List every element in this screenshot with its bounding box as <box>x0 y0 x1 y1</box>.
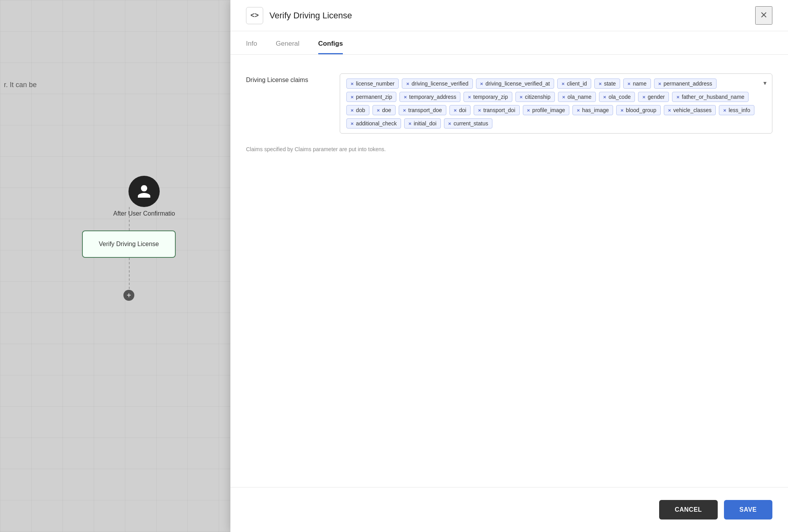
tag-label: doe <box>382 107 391 113</box>
tab-configs[interactable]: Configs <box>318 40 343 54</box>
tag-remove-icon[interactable]: × <box>562 81 565 87</box>
tag-label: current_status <box>453 120 488 127</box>
save-button[interactable]: SAVE <box>724 500 772 520</box>
add-node-button[interactable]: + <box>123 290 134 301</box>
tag-remove-icon[interactable]: × <box>468 94 471 100</box>
tag-label: state <box>604 80 616 87</box>
close-icon <box>759 10 768 20</box>
tag-label: transport_doi <box>483 107 515 113</box>
tags-container[interactable]: ×license_number×driving_license_verified… <box>340 73 772 134</box>
connector-line-2 <box>129 258 130 289</box>
tag-label: ola_code <box>608 94 631 100</box>
tag-label: citizenship <box>525 94 550 100</box>
tag-item: ×blood_group <box>616 105 660 115</box>
tag-item: ×transport_doe <box>399 105 446 115</box>
tag-remove-icon[interactable]: × <box>408 121 412 127</box>
tag-remove-icon[interactable]: × <box>351 81 354 87</box>
tag-item: ×license_number <box>346 79 399 89</box>
tag-remove-icon[interactable]: × <box>620 107 624 113</box>
tag-item: ×vehicle_classes <box>664 105 716 115</box>
tag-remove-icon[interactable]: × <box>351 107 354 113</box>
tag-remove-icon[interactable]: × <box>676 94 679 100</box>
tag-label: license_number <box>356 80 395 87</box>
tag-item: ×doi <box>449 105 471 115</box>
tag-remove-icon[interactable]: × <box>628 81 631 87</box>
tag-label: blood_group <box>626 107 656 113</box>
tag-item: ×permanent_zip <box>346 92 396 102</box>
tag-remove-icon[interactable]: × <box>480 81 483 87</box>
tag-item: ×profile_image <box>523 105 570 115</box>
tag-label: less_info <box>729 107 750 113</box>
grid-overlay <box>0 0 230 532</box>
tag-remove-icon[interactable]: × <box>603 94 606 100</box>
tag-remove-icon[interactable]: × <box>478 107 481 113</box>
config-row-claims: Driving License claims ×license_number×d… <box>246 73 772 134</box>
tag-item: ×additional_check <box>346 118 401 129</box>
tag-label: temporary_address <box>409 94 456 100</box>
tag-remove-icon[interactable]: × <box>658 81 661 87</box>
tag-remove-icon[interactable]: × <box>527 107 530 113</box>
tag-label: name <box>633 80 647 87</box>
cancel-button[interactable]: CANCEL <box>659 500 718 520</box>
code-icon-button[interactable]: <> <box>246 7 263 24</box>
tag-remove-icon[interactable]: × <box>562 94 565 100</box>
panel-footer: CANCEL SAVE <box>230 487 788 532</box>
tag-item: ×permanent_address <box>654 79 717 89</box>
tag-remove-icon[interactable]: × <box>448 121 451 127</box>
tag-label: ola_name <box>567 94 592 100</box>
tag-label: temporary_zip <box>473 94 508 100</box>
tag-item: ×dob <box>346 105 369 115</box>
config-label-claims: Driving License claims <box>246 73 324 84</box>
tag-item: ×driving_license_verified_at <box>476 79 554 89</box>
dropdown-arrow-icon[interactable]: ▾ <box>763 79 767 87</box>
tag-remove-icon[interactable]: × <box>520 94 523 100</box>
panel-header-left: <> Verify Driving License <box>246 7 352 24</box>
tag-item: ×temporary_address <box>399 92 460 102</box>
tag-remove-icon[interactable]: × <box>406 81 409 87</box>
tag-item: ×state <box>594 79 620 89</box>
tag-label: additional_check <box>356 120 397 127</box>
panel-header: <> Verify Driving License <box>230 0 788 31</box>
tag-remove-icon[interactable]: × <box>403 107 406 113</box>
canvas-background: r. It can be After User Confirmatio Veri… <box>0 0 230 532</box>
tag-label: permanent_zip <box>356 94 392 100</box>
plus-icon: + <box>127 291 131 300</box>
tag-item: ×driving_license_verified <box>402 79 472 89</box>
tag-label: permanent_address <box>663 80 712 87</box>
code-icon: <> <box>250 11 259 20</box>
tag-label: father_or_husband_name <box>682 94 744 100</box>
tag-label: vehicle_classes <box>673 107 711 113</box>
tag-item: ×doe <box>373 105 396 115</box>
tag-remove-icon[interactable]: × <box>377 107 380 113</box>
tag-item: ×gender <box>638 92 669 102</box>
tag-remove-icon[interactable]: × <box>351 94 354 100</box>
tag-remove-icon[interactable]: × <box>351 121 354 127</box>
tag-remove-icon[interactable]: × <box>642 94 645 100</box>
tag-item: ×temporary_zip <box>464 92 512 102</box>
close-button[interactable] <box>755 6 772 25</box>
tag-label: doi <box>459 107 467 113</box>
tag-label: driving_license_verified <box>412 80 469 87</box>
tag-item: ×ola_code <box>599 92 635 102</box>
tag-remove-icon[interactable]: × <box>577 107 580 113</box>
user-node: After User Confirmatio <box>113 176 175 217</box>
tag-item: ×transport_doi <box>474 105 519 115</box>
hint-text: Claims specified by Claims parameter are… <box>246 146 772 152</box>
canvas-text: r. It can be <box>4 81 37 89</box>
tag-remove-icon[interactable]: × <box>404 94 407 100</box>
tag-remove-icon[interactable]: × <box>723 107 726 113</box>
tag-remove-icon[interactable]: × <box>599 81 602 87</box>
tag-label: dob <box>356 107 365 113</box>
tab-info[interactable]: Info <box>246 40 257 54</box>
tag-label: initial_doi <box>414 120 436 127</box>
panel-title: Verify Driving License <box>269 11 352 21</box>
tab-general[interactable]: General <box>276 40 299 54</box>
tag-item: ×ola_name <box>558 92 596 102</box>
tag-item: ×client_id <box>557 79 591 89</box>
tag-remove-icon[interactable]: × <box>454 107 457 113</box>
verify-node[interactable]: Verify Driving License <box>82 230 176 258</box>
user-node-label: After User Confirmatio <box>113 210 175 217</box>
tag-label: profile_image <box>532 107 565 113</box>
tag-remove-icon[interactable]: × <box>668 107 671 113</box>
tag-item: ×current_status <box>444 118 492 129</box>
